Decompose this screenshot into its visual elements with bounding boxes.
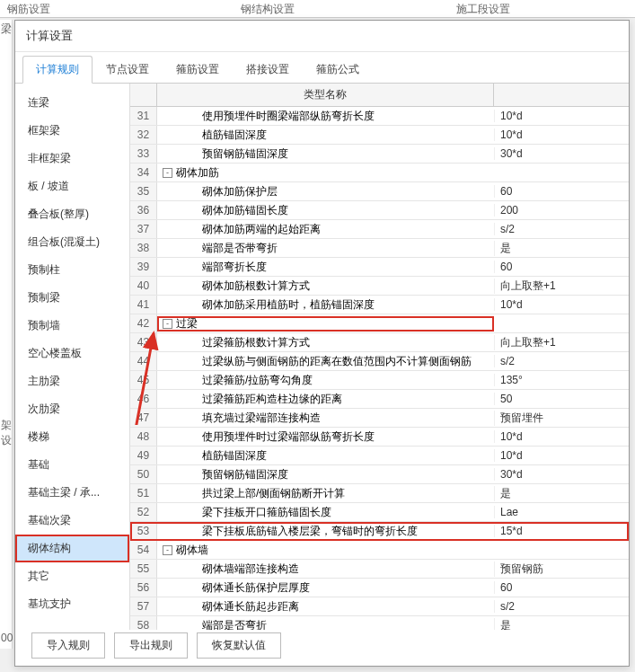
row-label-cell[interactable]: 使用预埋件时过梁端部纵筋弯折长度 [157,429,494,445]
table-row[interactable]: 50预留钢筋锚固深度30*d [130,465,629,484]
table-row[interactable]: 42-过梁 [130,314,629,333]
row-label-cell[interactable]: 过梁箍筋距构造柱边缘的距离 [157,392,494,407]
row-value[interactable]: 预留埋件 [494,411,629,426]
row-label-cell[interactable]: 梁下挂板底筋锚入楼层梁，弯锚时的弯折长度 [157,524,494,539]
bg-tab-section[interactable]: 施工段设置 [449,0,517,19]
row-label-cell[interactable]: 端部是否弯折 [157,618,494,631]
row-label-cell[interactable]: 植筋锚固深度 [157,128,494,143]
row-label-cell[interactable]: 拱过梁上部/侧面钢筋断开计算 [157,486,494,501]
row-label-cell[interactable]: 砌体墙端部连接构造 [157,561,494,577]
table-row[interactable]: 43过梁箍筋根数计算方式向上取整+1 [130,333,629,352]
tab-4[interactable]: 箍筋公式 [303,56,373,84]
table-row[interactable]: 33预留钢筋锚固深度30*d [130,145,629,164]
table-row[interactable]: 34-砌体加筋 [130,164,629,182]
table-row[interactable]: 39端部弯折长度60 [130,258,629,277]
sidebar-item-17[interactable]: 其它 [15,562,129,590]
row-value[interactable]: 30*d [494,147,629,160]
tab-1[interactable]: 节点设置 [93,56,163,84]
row-value[interactable]: 60 [494,581,629,594]
table-row[interactable]: 37砌体加筋两端的起始距离s/2 [130,220,629,239]
tab-0[interactable]: 计算规则 [22,56,93,84]
table-row[interactable]: 38端部是否带弯折是 [130,239,629,258]
row-value[interactable]: 50 [494,393,629,405]
sidebar-item-9[interactable]: 空心楼盖板 [15,340,129,367]
row-value[interactable]: 是 [494,486,629,501]
row-label-cell[interactable]: 预留钢筋锚固深度 [157,146,494,162]
table-row[interactable]: 49植筋锚固深度10*d [130,447,629,465]
sidebar-item-12[interactable]: 楼梯 [15,423,129,451]
table-row[interactable]: 47填充墙过梁端部连接构造预留埋件 [130,409,629,428]
row-value[interactable]: s/2 [494,355,629,367]
sidebar-item-3[interactable]: 板 / 坡道 [15,172,129,200]
row-value[interactable]: 10*d [494,430,629,443]
sidebar-item-8[interactable]: 预制墙 [15,312,129,340]
row-value[interactable]: 200 [494,204,629,217]
import-rules-button[interactable]: 导入规则 [31,632,105,659]
row-label-cell[interactable]: 砌体加筋采用植筋时，植筋锚固深度 [157,297,494,313]
sidebar-item-11[interactable]: 次肋梁 [15,395,129,423]
row-label-cell[interactable]: 过梁箍筋根数计算方式 [157,335,494,350]
table-row[interactable]: 52梁下挂板开口箍筋锚固长度Lae [130,503,629,522]
table-row[interactable]: 55砌体墙端部连接构造预留钢筋 [130,560,629,579]
row-label-cell[interactable]: 预留钢筋锚固深度 [157,467,494,482]
tab-2[interactable]: 箍筋设置 [163,56,233,84]
table-row[interactable]: 36砌体加筋锚固长度200 [130,201,629,220]
row-label-cell[interactable]: 植筋锚固深度 [157,448,494,464]
row-label-cell[interactable]: -砌体墙 [157,543,494,558]
sidebar-item-18[interactable]: 基坑支护 [15,590,129,618]
row-value[interactable]: 30*d [494,468,629,481]
row-value[interactable]: 10*d [494,449,629,462]
row-value[interactable]: 60 [494,261,629,273]
row-value[interactable]: Lae [494,506,629,518]
row-value[interactable]: 15*d [494,525,629,537]
row-value[interactable]: 10*d [494,128,629,141]
row-label-cell[interactable]: 梁下挂板开口箍筋锚固长度 [157,505,494,520]
row-label-cell[interactable]: 砌体通长筋起步距离 [157,599,494,615]
collapse-toggle-icon[interactable]: - [163,319,172,329]
sidebar-item-5[interactable]: 组合板(混凝土) [15,228,129,256]
row-value[interactable]: 预留钢筋 [494,561,629,577]
table-row[interactable]: 54-砌体墙 [130,541,629,560]
sidebar-item-4[interactable]: 叠合板(整厚) [15,200,129,228]
table-row[interactable]: 48使用预埋件时过梁端部纵筋弯折长度10*d [130,428,629,447]
row-value[interactable]: s/2 [494,223,629,235]
row-value[interactable]: 10*d [494,110,629,122]
row-label-cell[interactable]: 使用预埋件时圈梁端部纵筋弯折长度 [157,109,494,124]
row-label-cell[interactable]: 端部是否带弯折 [157,241,494,256]
row-label-cell[interactable]: 砌体通长筋保护层厚度 [157,580,494,596]
sidebar-item-6[interactable]: 预制柱 [15,256,129,284]
table-row[interactable]: 51拱过梁上部/侧面钢筋断开计算是 [130,484,629,503]
row-label-cell[interactable]: 过梁纵筋与侧面钢筋的距离在数值范围内不计算侧面钢筋 [157,354,494,369]
table-row[interactable]: 57砌体通长筋起步距离s/2 [130,597,629,616]
row-value[interactable]: 10*d [494,298,629,311]
row-label-cell[interactable]: 端部弯折长度 [157,260,494,275]
table-row[interactable]: 45过梁箍筋/拉筋弯勾角度135° [130,371,629,390]
table-row[interactable]: 44过梁纵筋与侧面钢筋的距离在数值范围内不计算侧面钢筋s/2 [130,352,629,371]
row-label-cell[interactable]: 砌体加筋两端的起始距离 [157,222,494,237]
row-value[interactable]: 是 [494,618,629,631]
table-row[interactable]: 40砌体加筋根数计算方式向上取整+1 [130,277,629,296]
row-label-cell[interactable]: 砌体加筋锚固长度 [157,203,494,218]
table-row[interactable]: 41砌体加筋采用植筋时，植筋锚固深度10*d [130,296,629,314]
row-label-cell[interactable]: 砌体加筋保护层 [157,184,494,199]
sidebar-item-10[interactable]: 主肋梁 [15,367,129,395]
row-label-cell[interactable]: 填充墙过梁端部连接构造 [157,411,494,426]
table-row[interactable]: 46过梁箍筋距构造柱边缘的距离50 [130,390,629,409]
category-sidebar[interactable]: 连梁框架梁非框架梁板 / 坡道叠合板(整厚)组合板(混凝土)预制柱预制梁预制墙空… [15,84,130,630]
row-value[interactable]: 是 [494,241,629,256]
table-row[interactable]: 56砌体通长筋保护层厚度60 [130,579,629,597]
table-row[interactable]: 35砌体加筋保护层60 [130,182,629,201]
row-value[interactable]: s/2 [494,600,629,613]
sidebar-item-13[interactable]: 基础 [15,451,129,479]
sidebar-item-1[interactable]: 框架梁 [15,117,129,145]
row-label-cell[interactable]: 砌体加筋根数计算方式 [157,279,494,294]
bg-tab-rebar[interactable]: 钢筋设置 [0,0,57,17]
collapse-toggle-icon[interactable]: - [163,168,172,178]
row-value[interactable]: 向上取整+1 [494,279,629,294]
row-label-cell[interactable]: 过梁箍筋/拉筋弯勾角度 [157,373,494,388]
row-value[interactable]: 向上取整+1 [494,335,629,350]
tab-3[interactable]: 搭接设置 [233,56,303,84]
row-label-cell[interactable]: -过梁 [157,316,494,332]
export-rules-button[interactable]: 导出规则 [114,632,188,659]
sidebar-item-0[interactable]: 连梁 [15,89,129,117]
